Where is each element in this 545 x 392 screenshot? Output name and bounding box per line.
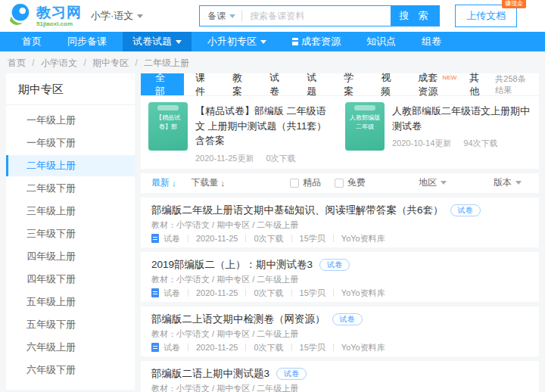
material-path: 教材：小学语文 / 期中专区 / 二年级上册 (151, 330, 528, 338)
breadcrumb-home[interactable]: 首页 (8, 58, 26, 68)
free-checkbox[interactable]: 免费 (335, 176, 366, 189)
nav-item-exam-papers[interactable]: 试卷试题 (123, 32, 192, 51)
sidebar-item-grade5-vol2[interactable]: 五年级下册 (6, 314, 135, 335)
sidebar-item-grade2-vol1[interactable]: 二年级上册 (6, 155, 135, 176)
search-button[interactable]: 搜 索 (391, 6, 439, 26)
upload-area: 上传文档 赚现金 (455, 5, 517, 27)
tab-lesson-plans[interactable]: 教案 (221, 73, 258, 95)
search-scope-select[interactable]: 备课 (200, 6, 241, 26)
featured-card[interactable]: 【精品试卷】部 【精品试卷】部编版 二年级语文 上册期中测试题（共11套）含答案… (148, 102, 335, 164)
result-list-item: 部编版二年级上册语文期中基础知识、阅读理解带答案（共6套） 试卷 教材：小学语文… (141, 198, 539, 247)
chevron-down-icon (515, 181, 522, 185)
divider (245, 235, 246, 242)
sidebar-item-grade1-vol1[interactable]: 一年级上册 (6, 110, 135, 131)
document-title[interactable]: 2019部编版二（上）：期中测试卷3 (151, 259, 313, 271)
tabs-featured-block: 全部 课件 教案 试卷 试题 学案 视频 成套资源 NEW 其他 共258条结果 (141, 73, 539, 169)
sort-downloads[interactable]: 下载量 ↓ (192, 176, 226, 189)
featured-title[interactable]: 人教部编版二年级语文上册期中测试卷 (392, 104, 531, 133)
breadcrumb-grade[interactable]: 二年级上册 (144, 58, 189, 68)
featured-updated: 2020-10-14更新 (392, 138, 451, 149)
result-list-item: 部编版二语上期中测试题3 试卷 教材：小学语文 / 期中专区 / 二年级上册 试… (141, 361, 539, 392)
sort-newest[interactable]: 最新 ↓ (151, 176, 176, 189)
sidebar-item-grade3-vol2[interactable]: 三年级下册 (6, 223, 135, 244)
material-path: 教材：小学语文 / 期中专区 / 二年级上册 (151, 275, 528, 284)
featured-title[interactable]: 【精品试卷】部编版 二年级语文 上册期中测试题（共11套）含答案 (195, 104, 335, 148)
document-title[interactable]: 部编版二上语文期中检测卷（网资源） (151, 313, 325, 325)
divider (333, 235, 334, 242)
site-logo[interactable]: 教习网 51jiaoxi.com (8, 2, 82, 30)
nav-item-primary-to-junior[interactable]: 小升初专区 (198, 32, 276, 51)
breadcrumb-separator: / (32, 58, 34, 68)
divider (188, 289, 188, 297)
doc-downloads: 0次下载 (254, 288, 283, 299)
nav-item-home[interactable]: 首页 (12, 32, 51, 51)
material-path: 教材：小学语文 / 期中专区 / 二年级上册 (151, 384, 528, 392)
tab-all[interactable]: 全部 (141, 73, 184, 95)
tab-test-questions[interactable]: 试题 (295, 73, 332, 95)
main-content: 全部 课件 教案 试卷 试题 学案 视频 成套资源 NEW 其他 共258条结果 (141, 73, 539, 392)
doc-downloads: 0次下载 (254, 342, 283, 353)
divider (245, 289, 246, 297)
nav-item-sync-prep[interactable]: 同步备课 (58, 32, 117, 51)
sidebar-item-grade1-vol2[interactable]: 一年级下册 (6, 132, 135, 154)
sidebar-item-grade5-vol1[interactable]: 五年级上册 (6, 291, 135, 313)
doc-date: 2020-11-25 (196, 234, 238, 243)
breadcrumb-separator: / (135, 58, 137, 68)
nav-item-resource-packs[interactable]: 成套资源 (282, 32, 350, 51)
sidebar-item-grade4-vol1[interactable]: 四年级上册 (6, 246, 135, 267)
thumbnail-logo-pill (354, 105, 375, 110)
document-title[interactable]: 部编版二语上期中测试题3 (151, 368, 269, 380)
tab-resource-packs[interactable]: 成套资源 NEW (406, 73, 458, 95)
site-name: 教习网 (36, 5, 82, 20)
featured-card[interactable]: 人教部编版二年级 人教部编版二年级语文上册期中测试卷 2020-10-14更新 … (345, 102, 531, 164)
doc-date: 2020-11-25 (196, 343, 238, 352)
file-icon (151, 288, 159, 297)
sort-desc-icon: ↓ (172, 179, 176, 188)
sidebar-item-grade2-vol2[interactable]: 二年级下册 (6, 178, 135, 199)
tab-study-plans[interactable]: 学案 (332, 73, 369, 95)
featured-cards: 【精品试卷】部 【精品试卷】部编版 二年级语文 上册期中测试题（共11套）含答案… (141, 96, 539, 169)
premium-checkbox[interactable]: 精品 (290, 176, 321, 189)
result-list-item: 2019部编版二（上）：期中测试卷3 试卷 教材：小学语文 / 期中专区 / 二… (141, 252, 539, 302)
featured-downloads: 0次下载 (266, 153, 295, 164)
divider (333, 289, 334, 297)
breadcrumb-zone[interactable]: 期中专区 (92, 58, 129, 68)
divider (188, 344, 188, 351)
sidebar-item-grade3-vol1[interactable]: 三年级上册 (6, 201, 135, 222)
document-thumbnail: 人教部编版二年级 (345, 102, 385, 151)
tab-other[interactable]: 其他 (458, 73, 495, 95)
sidebar-item-grade6-vol2[interactable]: 六年级下册 (6, 359, 135, 381)
doc-credits: 15学贝 (300, 233, 325, 244)
nav-item-paper-builder[interactable]: 组卷 (412, 32, 451, 51)
chevron-down-icon (260, 40, 266, 44)
file-icon (151, 234, 159, 243)
doc-downloads: 0次下载 (254, 233, 283, 244)
doc-credits: 15学贝 (300, 342, 325, 353)
tab-courseware[interactable]: 课件 (184, 73, 221, 95)
type-tabs: 全部 课件 教案 试卷 试题 学案 视频 成套资源 NEW 其他 共258条结果 (141, 73, 539, 96)
header: 教习网 51jiaoxi.com 小学·语文 备课 搜 索 上传文档 赚现金 (0, 0, 545, 32)
breadcrumb-separator: / (83, 58, 86, 68)
version-dropdown[interactable]: 版本 (494, 176, 522, 189)
search-bar: 备课 搜 索 (199, 5, 440, 26)
sidebar: 期中专区 一年级上册 一年级下册 二年级上册 二年级下册 三年级上册 三年级下册… (6, 73, 135, 390)
breadcrumb-subject[interactable]: 小学语文 (41, 58, 77, 68)
category-dropdown[interactable]: 小学·语文 (91, 9, 143, 23)
tab-videos[interactable]: 视频 (369, 73, 406, 95)
tab-test-papers[interactable]: 试卷 (258, 73, 295, 95)
featured-downloads: 94次下载 (463, 138, 497, 149)
chevron-down-icon (176, 40, 182, 44)
doc-credits: 15学贝 (300, 288, 325, 299)
search-input[interactable] (242, 6, 391, 26)
region-dropdown[interactable]: 地区 (419, 176, 447, 189)
page: 教习网 51jiaoxi.com 小学·语文 备课 搜 索 上传文档 赚现金 首… (0, 0, 545, 392)
nav-item-knowledge-points[interactable]: 知识点 (357, 32, 406, 51)
search-scope-label: 备课 (207, 10, 226, 23)
upload-promo-badge: 赚现金 (502, 0, 526, 8)
main-nav: 首页 同步备课 试卷试题 小升初专区 成套资源 知识点 组卷 (0, 32, 545, 51)
sidebar-item-grade4-vol2[interactable]: 四年级下册 (6, 269, 135, 290)
type-tag: 试卷 (319, 259, 350, 271)
divider (291, 235, 292, 242)
sidebar-item-grade6-vol1[interactable]: 六年级上册 (6, 337, 135, 358)
document-title[interactable]: 部编版二年级上册语文期中基础知识、阅读理解带答案（共6套） (151, 204, 444, 216)
